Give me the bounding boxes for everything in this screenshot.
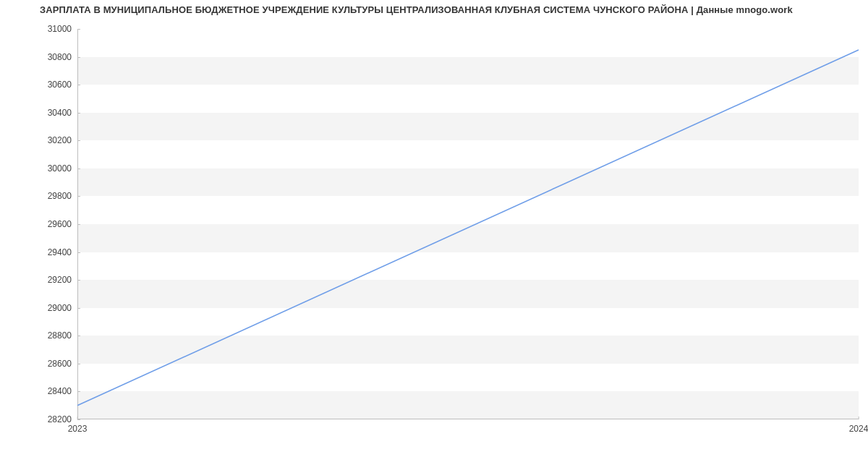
y-tick-label: 30400 bbox=[48, 108, 77, 118]
y-tick-label: 29400 bbox=[48, 247, 77, 257]
y-tick-label: 29800 bbox=[48, 191, 77, 201]
line-series bbox=[77, 29, 859, 419]
chart-title: ЗАРПЛАТА В МУНИЦИПАЛЬНОЕ БЮДЖЕТНОЕ УЧРЕЖ… bbox=[40, 4, 793, 15]
y-tick-label: 31000 bbox=[48, 24, 77, 34]
y-tick-label: 29000 bbox=[48, 303, 77, 313]
y-tick-label: 28600 bbox=[48, 359, 77, 369]
x-tick-label: 2023 bbox=[68, 419, 88, 434]
salary-line-chart: ЗАРПЛАТА В МУНИЦИПАЛЬНОЕ БЮДЖЕТНОЕ УЧРЕЖ… bbox=[0, 0, 868, 448]
x-tick-label: 2024 bbox=[849, 419, 868, 434]
y-tick-label: 29200 bbox=[48, 275, 77, 285]
y-tick-label: 30200 bbox=[48, 135, 77, 145]
y-tick-label: 28400 bbox=[48, 386, 77, 396]
plot-area: 2820028400286002880029000292002940029600… bbox=[77, 29, 859, 419]
y-tick-label: 30000 bbox=[48, 163, 77, 174]
y-tick-label: 28800 bbox=[48, 330, 77, 341]
data-line bbox=[77, 50, 859, 406]
y-tick-label: 30600 bbox=[48, 80, 77, 90]
y-tick-label: 29600 bbox=[48, 219, 77, 229]
y-tick-label: 30800 bbox=[48, 52, 77, 62]
